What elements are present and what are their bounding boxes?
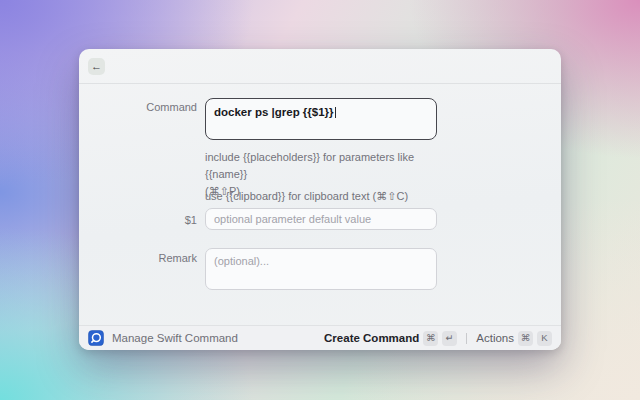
footer-actions: Create Command ⌘ ↵ Actions ⌘ K bbox=[324, 331, 552, 346]
command-field-label: Command bbox=[79, 101, 197, 113]
command-textarea[interactable]: docker ps |grep {{$1}} bbox=[205, 98, 437, 140]
actions-menu-label: Actions bbox=[476, 332, 514, 344]
actions-menu-button[interactable]: Actions ⌘ K bbox=[476, 331, 552, 346]
command-key-icon: ⌘ bbox=[423, 331, 438, 346]
command-text: docker ps |grep {{$1}} bbox=[214, 106, 334, 118]
create-command-label: Create Command bbox=[324, 332, 419, 344]
param1-input[interactable] bbox=[205, 208, 437, 230]
clipboard-help-text: use {{clipboard}} for clipboard text (⌘⇧… bbox=[205, 188, 455, 205]
footer-divider bbox=[466, 333, 467, 344]
remark-textarea[interactable] bbox=[205, 248, 437, 290]
swift-command-app-icon bbox=[88, 330, 104, 346]
param1-field-label: $1 bbox=[79, 214, 197, 226]
k-key-icon: K bbox=[537, 331, 552, 346]
return-key-icon: ↵ bbox=[442, 331, 457, 346]
create-command-button[interactable]: Create Command ⌘ ↵ bbox=[324, 331, 457, 346]
action-bar: Manage Swift Command Create Command ⌘ ↵ … bbox=[79, 325, 561, 350]
footer-command-title: Manage Swift Command bbox=[112, 332, 238, 344]
raycast-window: ← Command docker ps |grep {{$1}} include… bbox=[79, 49, 561, 350]
text-cursor bbox=[335, 107, 336, 118]
command-key-icon: ⌘ bbox=[518, 331, 533, 346]
remark-field-label: Remark bbox=[79, 252, 197, 264]
command-form: Command docker ps |grep {{$1}} include {… bbox=[79, 49, 561, 350]
